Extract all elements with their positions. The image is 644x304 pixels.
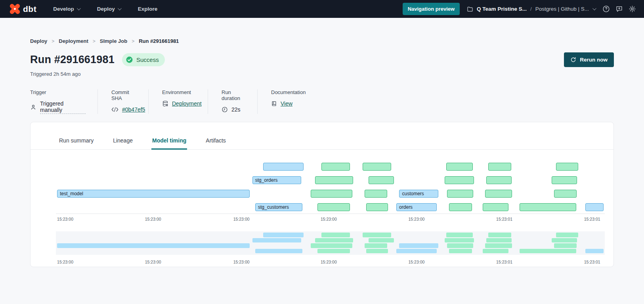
timing-bar[interactable]: [369, 176, 394, 184]
timing-bar[interactable]: [365, 190, 387, 198]
axis-tick-label: 15:23:00: [57, 217, 73, 221]
timing-bar[interactable]: [366, 203, 388, 211]
environment-link[interactable]: Deployment: [172, 100, 202, 107]
breadcrumb-deploy[interactable]: Deploy: [30, 38, 47, 44]
meta-duration: Run duration 22s: [208, 89, 258, 114]
axis-tick-label: 15:23:01: [496, 260, 512, 264]
meta-duration-label: Run duration: [222, 89, 245, 101]
timing-bar[interactable]: [585, 203, 604, 211]
meta-commit-label: Commit SHA: [111, 89, 136, 101]
tab-run-summary[interactable]: Run summary: [58, 133, 94, 150]
status-label: Success: [136, 56, 159, 63]
meta-trigger: Trigger Triggered manually: [30, 89, 98, 114]
overview-bar: [552, 238, 577, 243]
timing-bar[interactable]: [317, 203, 350, 211]
menu-explore-label: Explore: [138, 6, 158, 12]
commit-sha-link[interactable]: #0b47ef5: [122, 106, 145, 113]
axis-tick-label: 15:23:00: [321, 260, 337, 264]
timing-bar[interactable]: [488, 163, 511, 171]
axis-tick-label: 15:23:01: [584, 260, 600, 264]
breadcrumb-run: Run #291661981: [139, 38, 179, 44]
timing-bar[interactable]: [449, 203, 472, 211]
overview-bar: [366, 249, 388, 254]
menu-explore[interactable]: Explore: [138, 6, 158, 12]
meta-commit: Commit SHA #0b47ef5: [98, 89, 149, 114]
timing-bar[interactable]: [446, 163, 473, 171]
timing-bar[interactable]: test_model: [57, 190, 250, 198]
timing-bar[interactable]: [485, 190, 512, 198]
timing-bar[interactable]: [486, 176, 512, 184]
project-name[interactable]: Postgres | Github | S...: [535, 6, 589, 12]
user-icon: [30, 104, 36, 110]
feedback-icon[interactable]: [615, 5, 623, 13]
timing-bar[interactable]: [483, 203, 509, 211]
clock-icon: [222, 106, 228, 113]
axis-tick-label: 15:23:00: [233, 217, 250, 221]
overview-bar: [488, 233, 511, 237]
dbt-logo[interactable]: dbt: [10, 4, 36, 14]
code-icon: [111, 107, 118, 112]
timing-bar[interactable]: [363, 163, 391, 171]
documentation-view-link[interactable]: View: [281, 100, 292, 107]
timing-bar[interactable]: [554, 190, 577, 198]
timing-bar[interactable]: [311, 190, 352, 198]
environment-database-icon: [162, 100, 168, 107]
settings-gear-icon[interactable]: [629, 5, 636, 13]
timing-bar[interactable]: [447, 190, 473, 198]
overview-bar: [369, 238, 394, 243]
tab-model-timing[interactable]: Model timing: [151, 133, 187, 150]
breadcrumb-job[interactable]: SImple Job: [100, 38, 127, 44]
axis-tick-label: 15:23:00: [145, 260, 161, 264]
success-check-icon: [126, 56, 133, 63]
timing-bar[interactable]: [520, 203, 576, 211]
tab-lineage[interactable]: Lineage: [112, 133, 134, 150]
help-icon[interactable]: [602, 5, 610, 13]
axis-tick-label: 15:23:00: [409, 260, 425, 264]
overview-bar: [57, 243, 250, 248]
timing-overview-brush[interactable]: [56, 231, 605, 255]
timing-bar[interactable]: [321, 163, 350, 171]
timing-bar[interactable]: customers: [399, 190, 438, 198]
account-name[interactable]: Q Team Pristine S...: [477, 6, 527, 12]
breadcrumb-separator: >: [52, 38, 54, 44]
timing-bar[interactable]: [556, 163, 578, 171]
overview-bar: [556, 233, 578, 237]
overview-bar: [321, 233, 350, 237]
timing-axis: 15:23:0015:23:0015:23:0015:23:0015:23:00…: [56, 214, 605, 223]
meta-trigger-label: Trigger: [30, 89, 86, 95]
timing-bar[interactable]: [263, 163, 304, 171]
top-navbar: dbt Develop Deploy Explore Navigation pr…: [0, 0, 644, 18]
overview-bar: [252, 238, 301, 243]
breadcrumb: Deploy > Deployment > SImple Job > Run #…: [30, 38, 614, 44]
tab-artifacts[interactable]: Artifacts: [205, 133, 227, 150]
account-separator: /: [530, 6, 532, 12]
timing-bar[interactable]: stg_orders: [252, 176, 301, 184]
meta-documentation: Documentation View: [258, 89, 317, 114]
meta-trigger-value: Triggered manually: [40, 100, 86, 114]
overview-bar: [447, 243, 473, 248]
timing-bar[interactable]: orders: [396, 203, 437, 211]
timing-bar[interactable]: [445, 176, 474, 184]
tab-bar: Run summary Lineage Model timing Artifac…: [31, 122, 613, 150]
timing-bar[interactable]: [315, 176, 353, 184]
timing-bar[interactable]: [552, 176, 577, 184]
axis-tick-label: 15:23:00: [57, 260, 73, 264]
overview-bar: [363, 233, 391, 237]
overview-bar: [486, 238, 512, 243]
run-detail-card: Run summary Lineage Model timing Artifac…: [30, 122, 614, 267]
menu-deploy[interactable]: Deploy: [97, 6, 120, 12]
chevron-down-icon: [118, 6, 122, 10]
account-project-switcher[interactable]: Q Team Pristine S... / Postgres | Github…: [467, 6, 595, 12]
page-title: Run #291661981: [30, 54, 115, 66]
overview-bar: [485, 243, 512, 248]
refresh-icon: [570, 57, 576, 63]
navigation-preview-button[interactable]: Navigation preview: [403, 3, 460, 15]
axis-tick-label: 15:23:01: [584, 217, 600, 221]
breadcrumb-separator: >: [132, 38, 134, 44]
timing-bar[interactable]: stg_customers: [255, 203, 302, 211]
status-badge: Success: [122, 53, 165, 66]
rerun-now-button[interactable]: Rerun now: [564, 52, 614, 67]
meta-duration-value: 22s: [231, 106, 241, 113]
menu-develop[interactable]: Develop: [53, 6, 80, 12]
breadcrumb-deployment[interactable]: Deployment: [59, 38, 88, 44]
